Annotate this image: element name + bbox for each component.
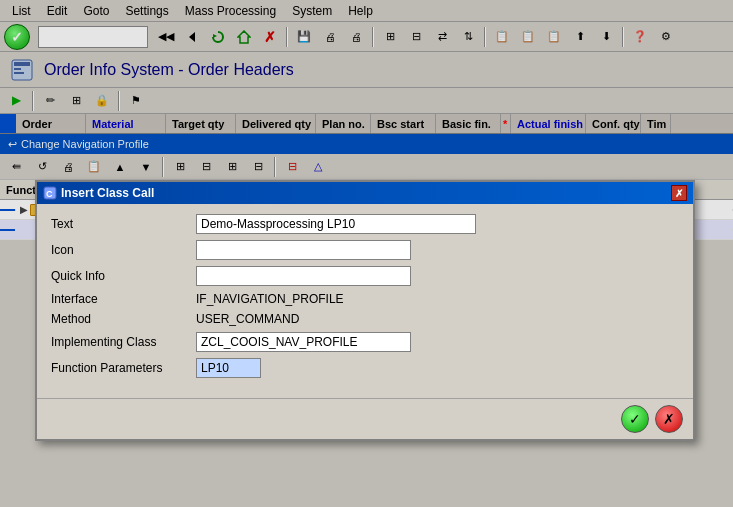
form-row-method: Method USER_COMMAND bbox=[51, 312, 679, 326]
input-text[interactable] bbox=[196, 214, 476, 234]
input-quick-info[interactable] bbox=[196, 266, 411, 286]
input-function-params[interactable] bbox=[196, 358, 261, 378]
value-interface: IF_NAVIGATION_PROFILE bbox=[196, 292, 344, 306]
dialog-ok-button[interactable]: ✓ bbox=[621, 405, 649, 433]
input-icon[interactable] bbox=[196, 240, 411, 260]
form-row-quick-info: Quick Info bbox=[51, 266, 679, 286]
value-method: USER_COMMAND bbox=[196, 312, 299, 326]
dialog-close-button[interactable]: ✗ bbox=[671, 185, 687, 201]
dialog-footer: ✓ ✗ bbox=[37, 398, 693, 439]
label-implementing-class: Implementing Class bbox=[51, 335, 196, 349]
label-text: Text bbox=[51, 217, 196, 231]
dialog-title-bar: C Insert Class Call ✗ bbox=[37, 182, 693, 204]
form-row-icon: Icon bbox=[51, 240, 679, 260]
label-quick-info: Quick Info bbox=[51, 269, 196, 283]
label-method: Method bbox=[51, 312, 196, 326]
form-row-implementing-class: Implementing Class bbox=[51, 332, 679, 352]
dialog-title: C Insert Class Call bbox=[43, 186, 154, 200]
insert-class-call-dialog: C Insert Class Call ✗ Text Icon Quick In… bbox=[35, 180, 695, 441]
label-interface: Interface bbox=[51, 292, 196, 306]
dialog-body: Text Icon Quick Info Interface IF_NAVIGA… bbox=[37, 204, 693, 394]
form-row-interface: Interface IF_NAVIGATION_PROFILE bbox=[51, 292, 679, 306]
modal-overlay: C Insert Class Call ✗ Text Icon Quick In… bbox=[0, 0, 733, 507]
dialog-cancel-button[interactable]: ✗ bbox=[655, 405, 683, 433]
svg-text:C: C bbox=[46, 189, 53, 199]
input-implementing-class[interactable] bbox=[196, 332, 411, 352]
form-row-function-params: Function Parameters bbox=[51, 358, 679, 378]
label-function-params: Function Parameters bbox=[51, 361, 196, 375]
form-row-text: Text bbox=[51, 214, 679, 234]
label-icon: Icon bbox=[51, 243, 196, 257]
